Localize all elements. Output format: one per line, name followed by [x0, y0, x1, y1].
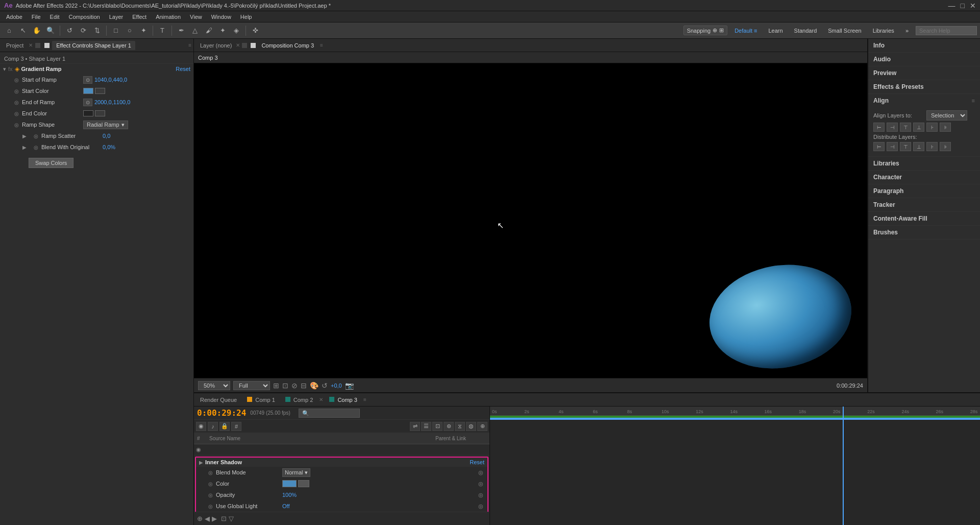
- ellipse-tool[interactable]: ○: [124, 25, 136, 37]
- reset-exposure-icon[interactable]: ↺: [322, 381, 328, 390]
- coord-icon-start[interactable]: ⊙: [83, 76, 92, 84]
- minimize-button[interactable]: —: [948, 2, 955, 10]
- layer-visibility-icon[interactable]: ◉: [196, 446, 201, 453]
- blend-mode-dropdown[interactable]: Normal ▾: [282, 468, 310, 477]
- mode-btn[interactable]: ☰: [421, 422, 431, 431]
- channels-icon[interactable]: 🎨: [310, 381, 318, 390]
- puppet-tool[interactable]: ✜: [249, 25, 261, 37]
- home-tool[interactable]: ⌂: [3, 25, 15, 37]
- tracker-header[interactable]: Tracker: [868, 198, 980, 211]
- tab-close-project[interactable]: ✕: [29, 42, 33, 48]
- menu-window[interactable]: Window: [207, 13, 235, 21]
- is-color-icon[interactable]: ◎: [208, 481, 213, 487]
- align-header[interactable]: Align ≡: [868, 94, 980, 107]
- is-color-swatch[interactable]: [282, 480, 297, 487]
- character-header[interactable]: Character: [868, 171, 980, 184]
- color-stopwatch-icon[interactable]: ◎: [478, 481, 483, 487]
- libraries-header[interactable]: Libraries: [868, 157, 980, 170]
- close-button[interactable]: ✕: [970, 2, 976, 10]
- align-center-h-btn[interactable]: ⊣: [887, 123, 898, 132]
- snapshot-icon[interactable]: 📷: [345, 381, 354, 390]
- rect-tool[interactable]: □: [110, 25, 122, 37]
- is-opacity-value[interactable]: 100%: [282, 492, 297, 498]
- align-top-btn[interactable]: ⊥: [913, 123, 924, 132]
- tab-composition-comp3[interactable]: Composition Comp 3: [257, 41, 318, 50]
- hand-tool[interactable]: ✋: [31, 25, 43, 37]
- swap-colors-button[interactable]: Swap Colors: [29, 158, 74, 168]
- info-header[interactable]: Info: [868, 39, 980, 52]
- timeline-right[interactable]: 0s 2s 4s 6s 8s 10s 12s 14s 16s 18s 20s 2…: [490, 407, 980, 525]
- content-aware-fill-header[interactable]: Content-Aware Fill: [868, 212, 980, 225]
- layer-duration-bar[interactable]: [490, 418, 980, 420]
- align-bottom-btn[interactable]: ⊧: [940, 123, 951, 132]
- align-left-btn[interactable]: ⊢: [873, 123, 885, 132]
- workspace-libraries[interactable]: Libraries: [869, 27, 898, 35]
- tab-project[interactable]: Project: [2, 41, 28, 50]
- triangle-ramp-scatter-icon[interactable]: ▶: [22, 133, 31, 139]
- brushes-header[interactable]: Brushes: [868, 226, 980, 239]
- is-opacity-icon[interactable]: ◎: [208, 492, 213, 498]
- paint-tool[interactable]: 🖌: [203, 25, 215, 37]
- adjustment-btn[interactable]: ⊕: [477, 422, 487, 431]
- ramp-scatter-value[interactable]: 0,0: [103, 133, 110, 139]
- start-ramp-value[interactable]: 1040,0,440,0: [94, 77, 127, 83]
- rotate-tool[interactable]: ↺: [63, 25, 76, 37]
- stopwatch-start-color-icon[interactable]: ◎: [14, 88, 19, 94]
- motion-blur-btn[interactable]: ◍: [466, 422, 476, 431]
- end-ramp-value[interactable]: 2000,0,1100,0: [94, 99, 130, 105]
- snapping-button[interactable]: Snapping ⊕ ⊞: [683, 26, 728, 35]
- distribute-top-btn[interactable]: ⊥: [913, 142, 924, 151]
- comp3-menu-icon[interactable]: ≡: [363, 397, 366, 402]
- workspace-default[interactable]: Default ≡: [730, 27, 761, 35]
- is-color-picker-icon[interactable]: [298, 480, 309, 487]
- tab-comp3[interactable]: Comp 3: [325, 396, 361, 404]
- roi-icon[interactable]: ⊡: [282, 381, 288, 390]
- paragraph-header[interactable]: Paragraph: [868, 184, 980, 198]
- align-center-v-btn[interactable]: ⊦: [926, 123, 938, 132]
- align-to-dropdown[interactable]: Selection Composition: [926, 110, 967, 121]
- menu-composition[interactable]: Composition: [65, 13, 104, 21]
- menu-animation[interactable]: Animation: [152, 13, 185, 21]
- stopwatch-end-ramp-icon[interactable]: ◎: [14, 100, 19, 105]
- menu-file[interactable]: File: [28, 13, 45, 21]
- zoom-tool[interactable]: 🔍: [44, 25, 57, 37]
- effects-presets-header[interactable]: Effects & Presets: [868, 80, 980, 93]
- stopwatch-blend-icon[interactable]: ◎: [34, 145, 38, 150]
- tab-comp1[interactable]: Comp 1: [243, 396, 279, 404]
- tab-render-queue[interactable]: Render Queue: [196, 396, 241, 404]
- effect-group-gradient-ramp[interactable]: ▾ fx ◈ Gradient Ramp Reset: [0, 64, 193, 74]
- stopwatch-start-ramp-icon[interactable]: ◎: [14, 77, 19, 83]
- menu-help[interactable]: Help: [236, 13, 256, 21]
- align-right-btn[interactable]: ⊤: [900, 123, 911, 132]
- star-tool[interactable]: ✦: [137, 25, 150, 37]
- clone-tool[interactable]: ✦: [216, 25, 229, 37]
- pan-tool[interactable]: ⇅: [91, 25, 103, 37]
- frame-select-icon[interactable]: ⊡: [221, 515, 227, 522]
- opacity-stopwatch-icon[interactable]: ◎: [478, 492, 483, 498]
- distribute-center-h-btn[interactable]: ⊣: [887, 142, 898, 151]
- layer-tab-close-icon[interactable]: ✕: [236, 42, 240, 48]
- workspace-small-screen[interactable]: Small Screen: [824, 27, 865, 35]
- audio-header[interactable]: Audio: [868, 53, 980, 66]
- start-color-eye[interactable]: [95, 88, 105, 94]
- maximize-button[interactable]: □: [961, 2, 965, 10]
- zoom-select[interactable]: 50% 100% 25%: [198, 381, 230, 390]
- tab-effect-controls[interactable]: Effect Controls Shape Layer 1: [52, 41, 135, 50]
- timeline-timecode[interactable]: 0:00:29:24: [197, 408, 246, 418]
- is-global-light-value[interactable]: Off: [282, 503, 289, 509]
- lock-btn[interactable]: 🔒: [219, 422, 230, 431]
- menu-view[interactable]: View: [186, 13, 206, 21]
- inner-shadow-reset[interactable]: Reset: [470, 459, 484, 465]
- blend-value[interactable]: 0,0%: [103, 144, 115, 150]
- comp-menu-icon[interactable]: ≡: [320, 42, 323, 48]
- start-color-swatch[interactable]: [83, 88, 93, 94]
- align-menu-icon[interactable]: ≡: [972, 98, 975, 104]
- transparency-icon[interactable]: ⊘: [291, 381, 298, 390]
- effects-btn[interactable]: ⊛: [444, 422, 454, 431]
- is-global-light-icon[interactable]: ◎: [208, 504, 213, 509]
- distribute-center-v-btn[interactable]: ⊦: [926, 142, 938, 151]
- comp2-close-icon[interactable]: ✕: [319, 397, 323, 402]
- end-color-eye[interactable]: [95, 110, 105, 116]
- ramp-shape-dropdown[interactable]: Radial Ramp ▾: [83, 121, 128, 129]
- end-color-swatch[interactable]: [83, 110, 93, 116]
